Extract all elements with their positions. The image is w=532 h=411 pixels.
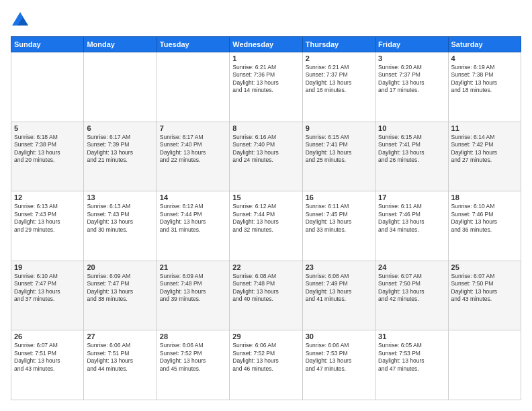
calendar-cell — [157, 52, 229, 122]
cell-info: Sunrise: 6:07 AM Sunset: 7:51 PM Dayligh… — [14, 342, 81, 373]
cell-info: Sunrise: 6:10 AM Sunset: 7:46 PM Dayligh… — [451, 203, 518, 234]
calendar-cell: 23Sunrise: 6:08 AM Sunset: 7:49 PM Dayli… — [302, 261, 375, 330]
calendar-cell: 22Sunrise: 6:08 AM Sunset: 7:48 PM Dayli… — [230, 261, 302, 330]
cell-info: Sunrise: 6:09 AM Sunset: 7:48 PM Dayligh… — [160, 273, 226, 304]
day-number: 22 — [232, 263, 299, 271]
cell-info: Sunrise: 6:19 AM Sunset: 7:38 PM Dayligh… — [451, 64, 518, 95]
calendar-cell: 24Sunrise: 6:07 AM Sunset: 7:50 PM Dayli… — [375, 261, 448, 330]
day-number: 7 — [160, 124, 226, 132]
weekday-header-friday: Friday — [375, 37, 448, 52]
cell-info: Sunrise: 6:17 AM Sunset: 7:39 PM Dayligh… — [87, 134, 153, 165]
weekday-header-thursday: Thursday — [302, 37, 375, 52]
cell-info: Sunrise: 6:13 AM Sunset: 7:43 PM Dayligh… — [87, 203, 153, 234]
calendar-cell: 18Sunrise: 6:10 AM Sunset: 7:46 PM Dayli… — [448, 191, 521, 261]
day-number: 19 — [14, 263, 81, 271]
cell-info: Sunrise: 6:08 AM Sunset: 7:48 PM Dayligh… — [232, 273, 299, 304]
calendar-cell: 25Sunrise: 6:07 AM Sunset: 7:50 PM Dayli… — [448, 261, 521, 330]
cell-info: Sunrise: 6:06 AM Sunset: 7:52 PM Dayligh… — [160, 342, 226, 373]
calendar-cell: 1Sunrise: 6:21 AM Sunset: 7:36 PM Daylig… — [230, 52, 302, 122]
weekday-header-saturday: Saturday — [448, 37, 521, 52]
cell-info: Sunrise: 6:21 AM Sunset: 7:36 PM Dayligh… — [232, 64, 299, 95]
cell-info: Sunrise: 6:13 AM Sunset: 7:43 PM Dayligh… — [14, 203, 81, 234]
day-number: 3 — [378, 54, 445, 62]
calendar-cell — [84, 52, 157, 122]
cell-info: Sunrise: 6:15 AM Sunset: 7:41 PM Dayligh… — [306, 134, 372, 165]
calendar-cell: 16Sunrise: 6:11 AM Sunset: 7:45 PM Dayli… — [302, 191, 375, 261]
cell-info: Sunrise: 6:21 AM Sunset: 7:37 PM Dayligh… — [306, 64, 372, 95]
day-number: 6 — [87, 124, 153, 132]
calendar-cell: 10Sunrise: 6:15 AM Sunset: 7:41 PM Dayli… — [375, 122, 448, 191]
day-number: 29 — [232, 332, 299, 340]
cell-info: Sunrise: 6:20 AM Sunset: 7:37 PM Dayligh… — [378, 64, 445, 95]
weekday-header-wednesday: Wednesday — [230, 37, 302, 52]
cell-info: Sunrise: 6:15 AM Sunset: 7:41 PM Dayligh… — [378, 134, 445, 165]
cell-info: Sunrise: 6:16 AM Sunset: 7:40 PM Dayligh… — [232, 134, 299, 165]
day-number: 30 — [306, 332, 372, 340]
weekday-header-sunday: Sunday — [11, 37, 84, 52]
page: SundayMondayTuesdayWednesdayThursdayFrid… — [0, 0, 532, 411]
calendar-cell — [11, 52, 84, 122]
day-number: 24 — [378, 263, 445, 271]
calendar-cell: 4Sunrise: 6:19 AM Sunset: 7:38 PM Daylig… — [448, 52, 521, 122]
cell-info: Sunrise: 6:14 AM Sunset: 7:42 PM Dayligh… — [451, 134, 518, 165]
calendar-cell: 6Sunrise: 6:17 AM Sunset: 7:39 PM Daylig… — [84, 122, 157, 191]
weekday-header-tuesday: Tuesday — [157, 37, 229, 52]
logo-icon — [11, 11, 30, 30]
cell-info: Sunrise: 6:07 AM Sunset: 7:50 PM Dayligh… — [451, 273, 518, 304]
day-number: 23 — [306, 263, 372, 271]
day-number: 2 — [306, 54, 372, 62]
day-number: 11 — [451, 124, 518, 132]
cell-info: Sunrise: 6:12 AM Sunset: 7:44 PM Dayligh… — [232, 203, 299, 234]
day-number: 1 — [232, 54, 299, 62]
calendar-cell: 27Sunrise: 6:06 AM Sunset: 7:51 PM Dayli… — [84, 330, 157, 400]
day-number: 31 — [378, 332, 445, 340]
cell-info: Sunrise: 6:17 AM Sunset: 7:40 PM Dayligh… — [160, 134, 226, 165]
cell-info: Sunrise: 6:06 AM Sunset: 7:51 PM Dayligh… — [87, 342, 153, 373]
calendar-cell: 12Sunrise: 6:13 AM Sunset: 7:43 PM Dayli… — [11, 191, 84, 261]
day-number: 9 — [306, 124, 372, 132]
day-number: 16 — [306, 193, 372, 201]
calendar-week-4: 19Sunrise: 6:10 AM Sunset: 7:47 PM Dayli… — [11, 261, 521, 330]
cell-info: Sunrise: 6:11 AM Sunset: 7:45 PM Dayligh… — [306, 203, 372, 234]
calendar-cell — [448, 330, 521, 400]
day-number: 18 — [451, 193, 518, 201]
calendar-cell: 9Sunrise: 6:15 AM Sunset: 7:41 PM Daylig… — [302, 122, 375, 191]
calendar-week-2: 5Sunrise: 6:18 AM Sunset: 7:38 PM Daylig… — [11, 122, 521, 191]
calendar-cell: 8Sunrise: 6:16 AM Sunset: 7:40 PM Daylig… — [230, 122, 302, 191]
day-number: 8 — [232, 124, 299, 132]
calendar-week-3: 12Sunrise: 6:13 AM Sunset: 7:43 PM Dayli… — [11, 191, 521, 261]
logo — [11, 11, 32, 30]
calendar-cell: 31Sunrise: 6:05 AM Sunset: 7:53 PM Dayli… — [375, 330, 448, 400]
calendar-cell: 28Sunrise: 6:06 AM Sunset: 7:52 PM Dayli… — [157, 330, 229, 400]
calendar-cell: 21Sunrise: 6:09 AM Sunset: 7:48 PM Dayli… — [157, 261, 229, 330]
calendar-cell: 7Sunrise: 6:17 AM Sunset: 7:40 PM Daylig… — [157, 122, 229, 191]
cell-info: Sunrise: 6:07 AM Sunset: 7:50 PM Dayligh… — [378, 273, 445, 304]
calendar-cell: 30Sunrise: 6:06 AM Sunset: 7:53 PM Dayli… — [302, 330, 375, 400]
cell-info: Sunrise: 6:05 AM Sunset: 7:53 PM Dayligh… — [378, 342, 445, 373]
calendar-week-1: 1Sunrise: 6:21 AM Sunset: 7:36 PM Daylig… — [11, 52, 521, 122]
calendar-cell: 20Sunrise: 6:09 AM Sunset: 7:47 PM Dayli… — [84, 261, 157, 330]
calendar-cell: 14Sunrise: 6:12 AM Sunset: 7:44 PM Dayli… — [157, 191, 229, 261]
cell-info: Sunrise: 6:06 AM Sunset: 7:53 PM Dayligh… — [306, 342, 372, 373]
calendar-cell: 26Sunrise: 6:07 AM Sunset: 7:51 PM Dayli… — [11, 330, 84, 400]
calendar-cell: 2Sunrise: 6:21 AM Sunset: 7:37 PM Daylig… — [302, 52, 375, 122]
day-number: 28 — [160, 332, 226, 340]
day-number: 20 — [87, 263, 153, 271]
day-number: 4 — [451, 54, 518, 62]
cell-info: Sunrise: 6:11 AM Sunset: 7:46 PM Dayligh… — [378, 203, 445, 234]
day-number: 5 — [14, 124, 81, 132]
day-number: 13 — [87, 193, 153, 201]
calendar-week-5: 26Sunrise: 6:07 AM Sunset: 7:51 PM Dayli… — [11, 330, 521, 400]
weekday-header-monday: Monday — [84, 37, 157, 52]
calendar-cell: 17Sunrise: 6:11 AM Sunset: 7:46 PM Dayli… — [375, 191, 448, 261]
calendar-table: SundayMondayTuesdayWednesdayThursdayFrid… — [11, 36, 521, 400]
calendar-cell: 11Sunrise: 6:14 AM Sunset: 7:42 PM Dayli… — [448, 122, 521, 191]
day-number: 26 — [14, 332, 81, 340]
day-number: 10 — [378, 124, 445, 132]
day-number: 21 — [160, 263, 226, 271]
calendar-cell: 29Sunrise: 6:06 AM Sunset: 7:52 PM Dayli… — [230, 330, 302, 400]
day-number: 15 — [232, 193, 299, 201]
day-number: 17 — [378, 193, 445, 201]
calendar-cell: 13Sunrise: 6:13 AM Sunset: 7:43 PM Dayli… — [84, 191, 157, 261]
cell-info: Sunrise: 6:09 AM Sunset: 7:47 PM Dayligh… — [87, 273, 153, 304]
